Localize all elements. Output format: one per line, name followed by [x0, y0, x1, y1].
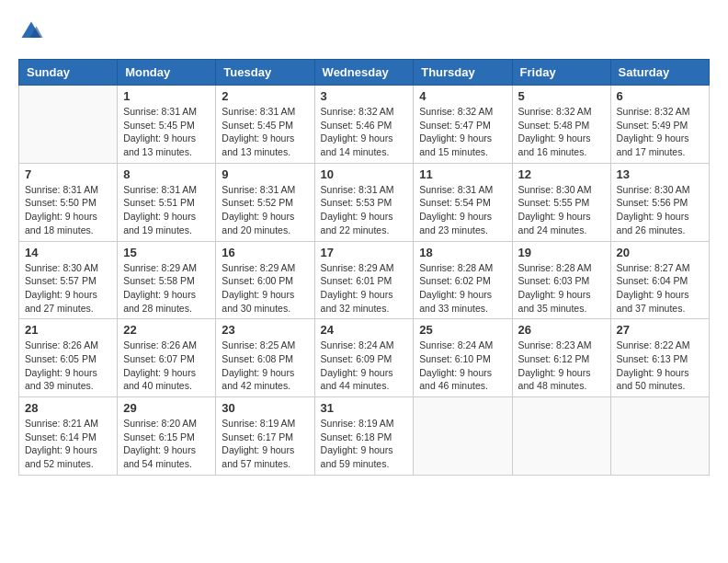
day-info: Sunrise: 8:31 AMSunset: 5:52 PMDaylight:…: [222, 183, 308, 237]
day-number: 8: [123, 167, 210, 181]
day-number: 19: [518, 246, 605, 259]
day-info: Sunrise: 8:32 AMSunset: 5:46 PMDaylight:…: [321, 105, 408, 159]
day-info: Sunrise: 8:29 AMSunset: 6:00 PMDaylight:…: [222, 261, 308, 316]
calendar-cell: 16Sunrise: 8:29 AMSunset: 6:00 PMDayligh…: [216, 241, 314, 319]
calendar-cell: 17Sunrise: 8:29 AMSunset: 6:01 PMDayligh…: [314, 241, 414, 319]
day-number: 26: [518, 323, 605, 337]
calendar-cell: 3Sunrise: 8:32 AMSunset: 5:46 PMDaylight…: [314, 86, 414, 164]
day-info: Sunrise: 8:26 AMSunset: 6:05 PMDaylight:…: [25, 339, 111, 393]
day-number: 31: [321, 401, 408, 415]
day-info: Sunrise: 8:27 AMSunset: 6:04 PMDaylight:…: [617, 261, 703, 316]
calendar-cell: 24Sunrise: 8:24 AMSunset: 6:09 PMDayligh…: [314, 319, 414, 397]
day-number: 21: [25, 323, 111, 337]
page-header: [18, 18, 710, 44]
calendar-cell: 9Sunrise: 8:31 AMSunset: 5:52 PMDaylight…: [216, 163, 314, 241]
day-number: 3: [321, 89, 408, 103]
calendar-cell: 8Sunrise: 8:31 AMSunset: 5:51 PMDaylight…: [118, 163, 216, 241]
calendar-header-friday: Friday: [512, 60, 610, 86]
day-number: 15: [123, 246, 210, 259]
day-info: Sunrise: 8:31 AMSunset: 5:53 PMDaylight:…: [321, 183, 408, 237]
day-number: 11: [419, 167, 506, 181]
calendar-week-row: 1Sunrise: 8:31 AMSunset: 5:45 PMDaylight…: [19, 86, 710, 164]
calendar-cell: 10Sunrise: 8:31 AMSunset: 5:53 PMDayligh…: [314, 163, 414, 241]
calendar-cell: 26Sunrise: 8:23 AMSunset: 6:12 PMDayligh…: [512, 319, 610, 397]
calendar-cell: 15Sunrise: 8:29 AMSunset: 5:58 PMDayligh…: [118, 241, 216, 319]
calendar-week-row: 28Sunrise: 8:21 AMSunset: 6:14 PMDayligh…: [19, 397, 710, 476]
day-info: Sunrise: 8:21 AMSunset: 6:14 PMDaylight:…: [25, 417, 111, 471]
day-number: 4: [419, 89, 506, 103]
day-info: Sunrise: 8:32 AMSunset: 5:47 PMDaylight:…: [419, 105, 506, 159]
calendar-header-saturday: Saturday: [610, 60, 709, 86]
calendar-header-monday: Monday: [118, 60, 216, 86]
day-info: Sunrise: 8:28 AMSunset: 6:03 PMDaylight:…: [518, 261, 605, 316]
calendar-cell: [610, 397, 709, 476]
day-info: Sunrise: 8:30 AMSunset: 5:56 PMDaylight:…: [617, 183, 703, 237]
day-number: 20: [617, 246, 703, 259]
calendar-cell: 29Sunrise: 8:20 AMSunset: 6:15 PMDayligh…: [118, 397, 216, 476]
calendar-cell: [414, 397, 512, 476]
calendar-cell: 13Sunrise: 8:30 AMSunset: 5:56 PMDayligh…: [610, 163, 709, 241]
day-number: 30: [222, 401, 308, 415]
day-info: Sunrise: 8:32 AMSunset: 5:49 PMDaylight:…: [617, 105, 703, 159]
calendar-header-thursday: Thursday: [414, 60, 512, 86]
day-number: 13: [617, 167, 703, 181]
calendar-header-row: SundayMondayTuesdayWednesdayThursdayFrid…: [19, 60, 710, 86]
calendar-cell: 1Sunrise: 8:31 AMSunset: 5:45 PMDaylight…: [118, 86, 216, 164]
logo: [18, 18, 48, 44]
calendar-cell: 5Sunrise: 8:32 AMSunset: 5:48 PMDaylight…: [512, 86, 610, 164]
calendar-cell: 12Sunrise: 8:30 AMSunset: 5:55 PMDayligh…: [512, 163, 610, 241]
calendar-cell: 20Sunrise: 8:27 AMSunset: 6:04 PMDayligh…: [610, 241, 709, 319]
calendar-cell: 28Sunrise: 8:21 AMSunset: 6:14 PMDayligh…: [19, 397, 118, 476]
logo-icon: [18, 18, 44, 44]
calendar-week-row: 7Sunrise: 8:31 AMSunset: 5:50 PMDaylight…: [19, 163, 710, 241]
calendar-week-row: 14Sunrise: 8:30 AMSunset: 5:57 PMDayligh…: [19, 241, 710, 319]
day-info: Sunrise: 8:31 AMSunset: 5:45 PMDaylight:…: [222, 105, 308, 159]
calendar-cell: 23Sunrise: 8:25 AMSunset: 6:08 PMDayligh…: [216, 319, 314, 397]
calendar-cell: 19Sunrise: 8:28 AMSunset: 6:03 PMDayligh…: [512, 241, 610, 319]
day-number: 1: [123, 89, 210, 103]
day-number: 23: [222, 323, 308, 337]
day-number: 25: [419, 323, 506, 337]
calendar-cell: 31Sunrise: 8:19 AMSunset: 6:18 PMDayligh…: [314, 397, 414, 476]
day-number: 10: [321, 167, 408, 181]
day-info: Sunrise: 8:19 AMSunset: 6:18 PMDaylight:…: [321, 417, 408, 471]
day-info: Sunrise: 8:29 AMSunset: 6:01 PMDaylight:…: [321, 261, 408, 316]
day-number: 27: [617, 323, 703, 337]
calendar-cell: 22Sunrise: 8:26 AMSunset: 6:07 PMDayligh…: [118, 319, 216, 397]
day-number: 17: [321, 246, 408, 259]
day-number: 6: [617, 89, 703, 103]
day-info: Sunrise: 8:23 AMSunset: 6:12 PMDaylight:…: [518, 339, 605, 393]
calendar-cell: 25Sunrise: 8:24 AMSunset: 6:10 PMDayligh…: [414, 319, 512, 397]
calendar-table: SundayMondayTuesdayWednesdayThursdayFrid…: [18, 59, 710, 476]
calendar-cell: 18Sunrise: 8:28 AMSunset: 6:02 PMDayligh…: [414, 241, 512, 319]
day-info: Sunrise: 8:29 AMSunset: 5:58 PMDaylight:…: [123, 261, 210, 316]
calendar-cell: 6Sunrise: 8:32 AMSunset: 5:49 PMDaylight…: [610, 86, 709, 164]
day-number: 5: [518, 89, 605, 103]
calendar-cell: 21Sunrise: 8:26 AMSunset: 6:05 PMDayligh…: [19, 319, 118, 397]
calendar-cell: 27Sunrise: 8:22 AMSunset: 6:13 PMDayligh…: [610, 319, 709, 397]
day-number: 28: [25, 401, 111, 415]
day-number: 18: [419, 246, 506, 259]
day-number: 7: [25, 167, 111, 181]
day-info: Sunrise: 8:31 AMSunset: 5:51 PMDaylight:…: [123, 183, 210, 237]
day-number: 9: [222, 167, 308, 181]
day-info: Sunrise: 8:22 AMSunset: 6:13 PMDaylight:…: [617, 339, 703, 393]
day-info: Sunrise: 8:31 AMSunset: 5:45 PMDaylight:…: [123, 105, 210, 159]
day-info: Sunrise: 8:31 AMSunset: 5:50 PMDaylight:…: [25, 183, 111, 237]
day-info: Sunrise: 8:26 AMSunset: 6:07 PMDaylight:…: [123, 339, 210, 393]
day-info: Sunrise: 8:19 AMSunset: 6:17 PMDaylight:…: [222, 417, 308, 471]
day-info: Sunrise: 8:30 AMSunset: 5:55 PMDaylight:…: [518, 183, 605, 237]
day-info: Sunrise: 8:30 AMSunset: 5:57 PMDaylight:…: [25, 261, 111, 316]
calendar-cell: 2Sunrise: 8:31 AMSunset: 5:45 PMDaylight…: [216, 86, 314, 164]
calendar-header-tuesday: Tuesday: [216, 60, 314, 86]
day-number: 16: [222, 246, 308, 259]
day-number: 2: [222, 89, 308, 103]
day-info: Sunrise: 8:28 AMSunset: 6:02 PMDaylight:…: [419, 261, 506, 316]
calendar-cell: 11Sunrise: 8:31 AMSunset: 5:54 PMDayligh…: [414, 163, 512, 241]
day-number: 29: [123, 401, 210, 415]
calendar-cell: 4Sunrise: 8:32 AMSunset: 5:47 PMDaylight…: [414, 86, 512, 164]
day-info: Sunrise: 8:25 AMSunset: 6:08 PMDaylight:…: [222, 339, 308, 393]
day-number: 22: [123, 323, 210, 337]
day-info: Sunrise: 8:24 AMSunset: 6:10 PMDaylight:…: [419, 339, 506, 393]
day-info: Sunrise: 8:31 AMSunset: 5:54 PMDaylight:…: [419, 183, 506, 237]
